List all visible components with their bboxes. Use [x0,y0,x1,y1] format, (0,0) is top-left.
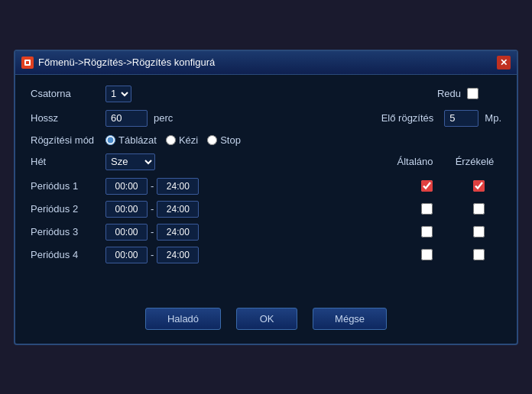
dash-4: - [151,249,154,260]
period-1-altalano[interactable] [421,180,433,192]
period-row-1: Periódus 1 - [31,178,501,195]
period-4-erzekele[interactable] [473,249,485,260]
period-3-time-range: - [105,224,199,241]
period-2-end[interactable] [157,201,199,218]
perc-unit: perc [154,112,173,124]
mp-unit: Mp. [485,112,501,124]
window-title: Főmenü->Rögzítés->Rögzítés konfigurá [38,57,215,68]
period-2-start[interactable] [105,201,148,218]
erzekele-header: Érzékelé [448,156,501,167]
period-4-erzekele-cell [456,249,501,260]
period-row-4: Periódus 4 - [31,247,501,263]
period-3-end[interactable] [157,224,199,241]
dash-3: - [151,226,154,237]
period-3-altalano[interactable] [421,226,433,237]
csatorna-label: Csatorna [31,88,99,99]
mod-kezi-label: Kézi [179,134,198,146]
form-content: Csatorna 1 2 3 4 Redu Hossz perc Elő rög… [15,75,517,280]
mod-radio-group: Táblázat Kézi Stop [105,134,241,146]
period-row-3: Periódus 3 - [31,224,501,241]
period-2-altalano-cell [404,203,449,215]
hossz-row: Hossz perc Elő rögzítés Mp. [31,110,501,127]
mod-stop-radio[interactable]: Stop [207,134,241,146]
period-1-altalano-cell [404,180,449,192]
rogzitesi-mod-label: Rögzítési mód [31,134,99,146]
mod-kezi-radio[interactable]: Kézi [166,134,198,146]
csatorna-select[interactable]: 1 2 3 4 [105,86,131,102]
mod-stop-label: Stop [220,134,241,146]
main-window: Főmenü->Rögzítés->Rögzítés konfigurá ✕ C… [14,50,518,345]
period-4-altalano-cell [404,249,449,260]
het-label: Hét [31,156,99,167]
period-2-label: Periódus 2 [31,203,99,215]
halado-button[interactable]: Haladó [145,308,221,330]
period-3-erzekele-cell [456,226,501,237]
period-2-erzekele-cell [456,203,501,215]
period-1-start[interactable] [105,178,148,195]
elo-rogzites-label: Elő rögzítés [381,112,434,124]
dash-2: - [151,203,154,215]
period-4-time-range: - [105,247,199,263]
title-bar-left: Főmenü->Rögzítés->Rögzítés konfigurá [21,57,215,69]
period-4-label: Periódus 4 [31,249,99,260]
period-4-start[interactable] [105,247,148,263]
period-2-time-range: - [105,201,199,218]
hossz-label: Hossz [31,112,99,124]
altalano-header: Általáno [388,156,442,167]
period-2-altalano[interactable] [421,203,433,215]
period-3-altalano-cell [404,226,449,237]
svg-rect-1 [26,61,29,64]
period-3-label: Periódus 3 [31,226,99,237]
period-3-erzekele[interactable] [473,226,485,237]
rogzitesi-mod-row: Rögzítési mód Táblázat Kézi Stop [31,134,501,146]
record-icon [21,57,34,69]
period-1-time-range: - [105,178,199,195]
het-row: Hét Sze Hét Ked Csü Pén Szo Vas Általáno… [31,153,501,170]
ok-button[interactable]: OK [236,308,297,330]
period-1-label: Periódus 1 [31,180,99,192]
period-3-start[interactable] [105,224,148,241]
period-2-erzekele[interactable] [473,203,485,215]
close-button[interactable]: ✕ [497,56,511,69]
period-row-2: Periódus 2 - [31,201,501,218]
megse-button[interactable]: Mégse [313,308,387,330]
period-4-end[interactable] [157,247,199,263]
periods-container: Periódus 1 - Periódus 2 [31,178,501,263]
footer: Haladó OK Mégse [15,296,517,344]
elo-rogzites-input[interactable] [444,110,478,127]
redund-checkbox[interactable] [467,88,478,99]
period-1-erzekele[interactable] [473,180,485,192]
redund-label: Redu [437,88,461,99]
mod-tablazat-radio[interactable]: Táblázat [105,134,157,146]
hossz-input[interactable] [105,110,148,127]
dash-1: - [151,180,154,192]
period-1-erzekele-cell [456,180,501,192]
period-1-end[interactable] [157,178,199,195]
title-bar: Főmenü->Rögzítés->Rögzítés konfigurá ✕ [15,51,517,75]
mod-tablazat-label: Táblázat [118,134,157,146]
het-select[interactable]: Sze Hét Ked Csü Pén Szo Vas [105,153,155,170]
csatorna-row: Csatorna 1 2 3 4 Redu [31,86,501,102]
period-4-altalano[interactable] [421,249,433,260]
